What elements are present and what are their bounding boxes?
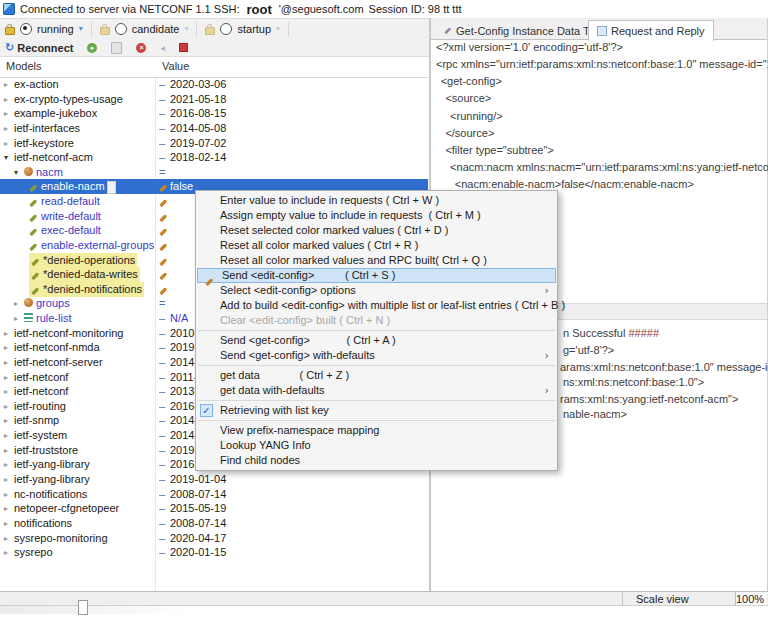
tree-node[interactable]: *denied-operations (29, 253, 137, 268)
menu-item[interactable]: ✓Retrieving with list key (196, 403, 557, 418)
tree-node[interactable]: ietf-netconf-server (14, 355, 103, 370)
tree-node[interactable]: ietf-netconf (14, 370, 68, 385)
tree-node[interactable]: ietf-snmp (14, 413, 59, 428)
tree-row[interactable]: ▾nacm= (0, 165, 428, 180)
zoom-level-field[interactable]: 100% (735, 592, 767, 605)
menu-item[interactable]: get data with-defaults› (196, 383, 557, 398)
expand-arrow-icon[interactable]: ▸ (4, 121, 8, 136)
expand-arrow-icon[interactable]: ▸ (4, 428, 8, 443)
models-column-header[interactable]: Models (6, 60, 41, 72)
gray-doc-icon[interactable] (111, 42, 122, 54)
node-value[interactable]: false (170, 179, 193, 194)
node-value[interactable]: 2008-07-14 (170, 487, 226, 502)
tree-row[interactable]: ▸sysrepo-monitoring–2020-04-17 (0, 531, 428, 546)
tab-get-config-instance-data-tree[interactable]: Get-Config Instance Data Tree (436, 21, 613, 40)
tree-node[interactable]: example-jukebox (14, 106, 97, 121)
menu-item[interactable]: Reset selected color marked values ( Ctr… (196, 223, 557, 238)
collapse-arrow-icon[interactable]: ▾ (14, 165, 18, 180)
menu-item[interactable]: Send <get-config> with-defaults› (196, 348, 557, 363)
tree-row[interactable]: ▾ietf-netconf-acm–2018-02-14 (0, 150, 428, 165)
menu-item[interactable]: Send <get-config> ( Ctrl + A ) (196, 333, 557, 348)
chevron-down-icon[interactable]: ▾ (79, 24, 83, 34)
tree-row[interactable]: ▸notifications–2008-07-14 (0, 516, 428, 531)
tree-row[interactable]: ▸ietf-interfaces–2014-05-08 (0, 121, 428, 136)
value-cell[interactable] (159, 209, 168, 224)
expand-arrow-icon[interactable]: ▸ (4, 136, 8, 151)
tree-node[interactable]: nc-notifications (14, 487, 87, 502)
menu-item[interactable]: get data ( Ctrl + Z ) (196, 368, 557, 383)
tree-node[interactable]: ietf-netconf (14, 384, 68, 399)
menu-item[interactable]: Reset all color marked values and RPC bu… (196, 253, 557, 268)
tree-node[interactable]: ietf-interfaces (14, 121, 80, 136)
node-value[interactable]: 2018-02-14 (170, 150, 226, 165)
pale-back-icon[interactable]: ◂ (160, 43, 165, 53)
datastore-radio-running[interactable] (20, 23, 32, 35)
tree-row[interactable]: ▸ietf-yang-library–2019-01-04 (0, 472, 428, 487)
menu-item[interactable]: View prefix-namespace mapping (196, 423, 557, 438)
tree-row[interactable]: ▸ietf-keystore–2019-07-02 (0, 136, 428, 151)
red-close-icon[interactable]: × (136, 43, 146, 53)
expand-arrow-icon[interactable]: ▸ (4, 531, 8, 546)
collapse-arrow-icon[interactable]: ▾ (4, 150, 8, 165)
datastore-radio-candidate[interactable] (115, 23, 127, 35)
red-square-icon[interactable] (179, 43, 188, 52)
node-value[interactable]: 2020-03-06 (170, 77, 226, 92)
green-run-icon[interactable]: ▸ (87, 43, 97, 53)
expand-arrow-icon[interactable]: ▸ (4, 413, 8, 428)
expand-arrow-icon[interactable]: ▸ (14, 296, 18, 311)
tree-node[interactable]: enable-nacm (29, 179, 116, 194)
tree-node[interactable]: read-default (29, 194, 100, 209)
tree-node[interactable]: ietf-routing (14, 399, 66, 414)
menu-item[interactable]: Select <edit-config> options› (196, 283, 557, 298)
menu-item[interactable]: Lookup YANG Info (196, 438, 557, 453)
tree-node[interactable]: enable-external-groups (29, 238, 154, 253)
node-value[interactable]: 2008-07-14 (170, 516, 226, 531)
tree-row[interactable]: ▸nc-notifications–2008-07-14 (0, 487, 428, 502)
value-column-header[interactable]: Value (162, 60, 189, 72)
expand-arrow-icon[interactable]: ▸ (4, 457, 8, 472)
expand-arrow-icon[interactable]: ▸ (4, 472, 8, 487)
expand-arrow-icon[interactable]: ▸ (4, 326, 8, 341)
chevron-down-icon[interactable]: ▾ (276, 24, 280, 34)
expand-arrow-icon[interactable]: ▸ (4, 443, 8, 458)
tree-node[interactable]: ietf-system (14, 428, 67, 443)
expand-arrow-icon[interactable]: ▸ (4, 355, 8, 370)
tree-node[interactable]: write-default (29, 209, 101, 224)
expand-arrow-icon[interactable]: ▸ (4, 92, 8, 107)
expand-arrow-icon[interactable]: ▸ (4, 370, 8, 385)
tree-node[interactable]: nacm (24, 165, 63, 180)
node-value[interactable]: 2019-01-04 (170, 472, 226, 487)
expand-arrow-icon[interactable]: ▸ (4, 340, 8, 355)
tree-node[interactable]: ex-action (14, 77, 59, 92)
value-cell[interactable] (159, 223, 168, 238)
menu-item[interactable]: Reset all color marked values ( Ctrl + R… (196, 238, 557, 253)
node-value[interactable]: 2020-01-15 (170, 545, 226, 560)
tree-node[interactable]: sysrepo-monitoring (14, 531, 108, 546)
chevron-down-icon[interactable]: ▾ (184, 24, 188, 34)
tree-row[interactable]: ▸netopeer-cfgnetopeer–2015-05-19 (0, 501, 428, 516)
value-cell[interactable] (159, 282, 168, 297)
tree-row[interactable]: ▸ex-crypto-types-usage–2021-05-18 (0, 92, 428, 107)
reconnect-button[interactable]: ↻ Reconnect (5, 41, 73, 54)
tree-node[interactable]: ex-crypto-types-usage (14, 92, 123, 107)
menu-item[interactable]: Add to build <edit-config> with multiple… (196, 298, 557, 313)
tree-node[interactable]: ietf-keystore (14, 136, 74, 151)
expand-arrow-icon[interactable]: ▸ (4, 487, 8, 502)
tree-row[interactable]: ▸sysrepo–2020-01-15 (0, 545, 428, 560)
node-value[interactable]: 2019-07-02 (170, 136, 226, 151)
tab-request-and-reply[interactable]: Request and Reply (588, 20, 714, 41)
value-cell[interactable] (159, 238, 168, 253)
node-value[interactable]: 2021-05-18 (170, 92, 226, 107)
tree-node[interactable]: *denied-data-writes (29, 267, 140, 282)
tree-node[interactable]: ietf-netconf-nmda (14, 340, 100, 355)
menu-item[interactable]: Find child nodes (196, 453, 557, 468)
node-value[interactable]: 2016-08-15 (170, 106, 226, 121)
inline-edit-box[interactable] (107, 181, 116, 194)
expand-arrow-icon[interactable]: ▸ (4, 399, 8, 414)
expand-arrow-icon[interactable]: ▸ (4, 516, 8, 531)
value-cell[interactable] (159, 267, 168, 282)
expand-arrow-icon[interactable]: ▸ (4, 384, 8, 399)
expand-arrow-icon[interactable]: ▸ (4, 501, 8, 516)
expand-arrow-icon[interactable]: ▸ (4, 545, 8, 560)
tree-node[interactable]: ietf-truststore (14, 443, 78, 458)
